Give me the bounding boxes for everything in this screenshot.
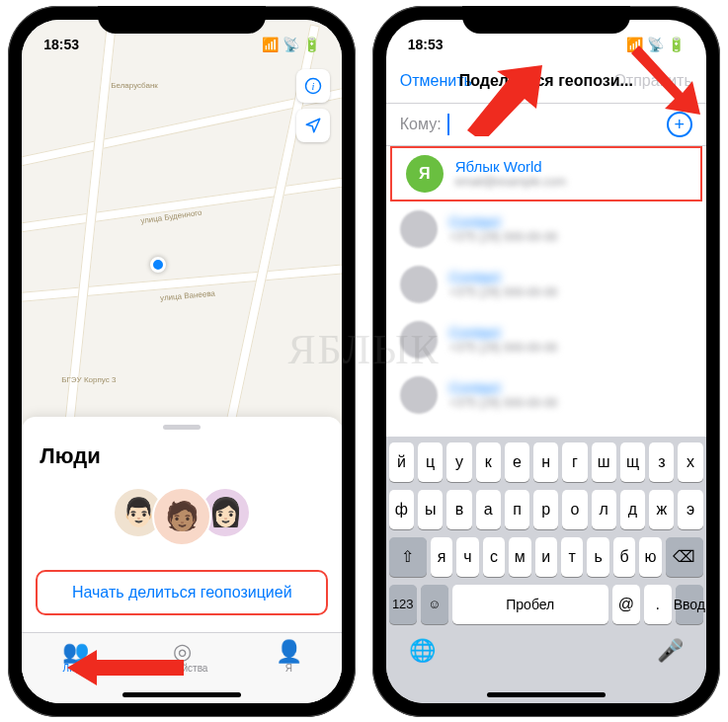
- globe-icon[interactable]: 🌐: [409, 638, 436, 664]
- battery-icon: 🔋: [303, 37, 320, 52]
- contacts-list[interactable]: Я Яблык World email@example.com Contact …: [386, 146, 706, 437]
- me-icon: 👤: [235, 639, 342, 663]
- keyboard-row-4: 123 ☺ Пробел @ . Ввод: [389, 585, 703, 624]
- key[interactable]: ю: [639, 537, 661, 577]
- screen-right: 18:53 📶 📡 🔋 Отменить Поделиться геопози.…: [386, 20, 706, 703]
- key[interactable]: н: [533, 442, 558, 482]
- avatar: [400, 210, 438, 248]
- contact-row[interactable]: Contact +375 (29) 000-00-00: [386, 201, 706, 257]
- key[interactable]: б: [613, 537, 635, 577]
- key[interactable]: п: [505, 490, 529, 529]
- map-info-button[interactable]: i: [296, 69, 330, 103]
- annotation-arrow-to-field: [463, 65, 546, 136]
- contact-row[interactable]: Contact +375 (29) 000-00-00: [386, 367, 706, 423]
- tab-me[interactable]: 👤 Я: [235, 639, 342, 674]
- key[interactable]: з: [649, 442, 674, 482]
- dot-key[interactable]: .: [644, 585, 672, 624]
- status-time: 18:53: [408, 37, 444, 52]
- contact-detail: +375 (29) 000-00-00: [449, 230, 692, 244]
- key[interactable]: р: [533, 490, 558, 529]
- avatar: [400, 376, 438, 414]
- backspace-key[interactable]: ⌫: [666, 537, 703, 577]
- shift-key[interactable]: ⇧: [389, 537, 427, 577]
- key[interactable]: ш: [592, 442, 616, 482]
- to-label: Кому:: [400, 116, 442, 133]
- map-locate-button[interactable]: [296, 109, 330, 142]
- map-label-bseu: БГЭУ Корпус 3: [61, 375, 116, 384]
- key[interactable]: д: [620, 490, 645, 529]
- key[interactable]: я: [431, 537, 452, 577]
- map-label-bank: Беларусбанк: [111, 81, 158, 90]
- status-time: 18:53: [43, 37, 79, 52]
- keyboard-row-3: ⇧ я ч с м и т ь б ю ⌫: [389, 537, 703, 577]
- map-label-st2: улица Ванеева: [160, 288, 216, 302]
- key[interactable]: й: [389, 442, 414, 482]
- svg-marker-4: [631, 45, 700, 115]
- key[interactable]: о: [562, 490, 587, 529]
- notch: [98, 6, 266, 34]
- key[interactable]: э: [678, 490, 702, 529]
- mic-icon[interactable]: 🎤: [657, 638, 684, 664]
- space-key[interactable]: Пробел: [452, 585, 608, 624]
- wifi-icon: 📡: [283, 37, 299, 52]
- drag-handle[interactable]: [163, 425, 201, 430]
- current-location-dot: [150, 257, 166, 273]
- contact-name: Contact: [449, 213, 692, 230]
- key[interactable]: г: [562, 442, 587, 482]
- contact-detail: email@example.com: [455, 175, 687, 189]
- key[interactable]: ы: [418, 490, 443, 529]
- annotation-arrow-tab: [67, 646, 186, 689]
- key[interactable]: у: [446, 442, 471, 482]
- emoji-key[interactable]: ☺: [421, 585, 448, 624]
- key[interactable]: щ: [620, 442, 645, 482]
- key[interactable]: ц: [418, 442, 443, 482]
- keyboard-footer: 🌐 🎤: [389, 632, 703, 670]
- keyboard-row-2: ф ы в а п р о л д ж э: [389, 490, 703, 529]
- avatar: [400, 266, 438, 303]
- svg-text:i: i: [312, 80, 315, 91]
- avatar: [400, 321, 438, 359]
- key[interactable]: а: [476, 490, 501, 529]
- text-cursor: [447, 114, 449, 135]
- svg-marker-3: [467, 65, 542, 136]
- home-indicator[interactable]: [122, 692, 241, 697]
- start-share-button[interactable]: Начать делиться геопозицией: [36, 570, 328, 615]
- numbers-key[interactable]: 123: [389, 585, 417, 624]
- contact-row[interactable]: Я Яблык World email@example.com: [390, 146, 702, 201]
- phone-right: 18:53 📶 📡 🔋 Отменить Поделиться геопози.…: [372, 6, 720, 717]
- key[interactable]: ж: [649, 490, 674, 529]
- avatar: Я: [406, 155, 444, 193]
- contact-row[interactable]: Contact +375 (29) 000-00-00: [386, 312, 706, 367]
- key[interactable]: ф: [389, 490, 414, 529]
- tab-label: Я: [285, 663, 292, 674]
- key[interactable]: л: [592, 490, 616, 529]
- screen-left: 18:53 📶 📡 🔋 Беларусбанк улица Буденного …: [22, 20, 342, 703]
- keyboard[interactable]: й ц у к е н г ш щ з х ф ы в а п р о л: [386, 437, 706, 703]
- contact-name: Яблык World: [455, 158, 687, 175]
- key[interactable]: т: [561, 537, 583, 577]
- contact-detail: +375 (29) 000-00-00: [449, 341, 692, 355]
- location-arrow-icon: [304, 117, 322, 134]
- keyboard-row-1: й ц у к е н г ш щ з х: [389, 442, 703, 482]
- status-icons: 📶 📡 🔋: [262, 37, 320, 52]
- home-indicator[interactable]: [487, 692, 606, 697]
- key[interactable]: и: [535, 537, 557, 577]
- phone-left: 18:53 📶 📡 🔋 Беларусбанк улица Буденного …: [8, 6, 356, 717]
- contact-name: Contact: [449, 269, 692, 285]
- contact-row[interactable]: Contact +375 (29) 000-00-00: [386, 257, 706, 312]
- key[interactable]: ь: [587, 537, 608, 577]
- map[interactable]: Беларусбанк улица Буденного улица Ванеев…: [22, 20, 342, 425]
- contact-name: Contact: [449, 324, 692, 341]
- key[interactable]: с: [483, 537, 505, 577]
- key[interactable]: в: [446, 490, 471, 529]
- key[interactable]: е: [505, 442, 529, 482]
- key[interactable]: х: [678, 442, 702, 482]
- at-key[interactable]: @: [612, 585, 640, 624]
- return-key[interactable]: Ввод: [676, 585, 703, 624]
- annotation-arrow-add-button: [631, 40, 708, 117]
- notch: [462, 6, 630, 34]
- key[interactable]: м: [509, 537, 530, 577]
- key[interactable]: ч: [456, 537, 478, 577]
- info-icon: i: [304, 77, 322, 95]
- key[interactable]: к: [476, 442, 501, 482]
